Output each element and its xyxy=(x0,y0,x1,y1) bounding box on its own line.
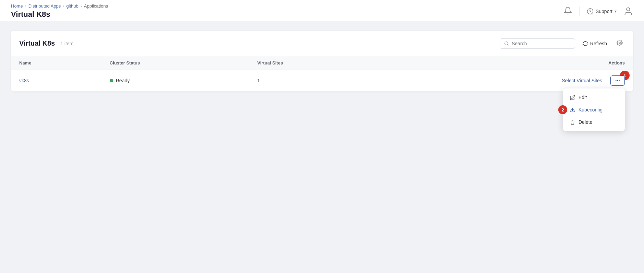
svg-point-2 xyxy=(627,8,630,11)
refresh-button[interactable]: Refresh xyxy=(579,39,610,48)
cell-virtual-sites: 1 xyxy=(249,70,382,92)
table-header-row: Name Cluster Status Virtual Sites Action… xyxy=(11,56,633,70)
card-header: Virtual K8s 1 item Refresh xyxy=(11,31,633,56)
svg-point-3 xyxy=(505,41,508,45)
support-button[interactable]: Support ▾ xyxy=(587,8,617,15)
settings-button[interactable] xyxy=(615,38,625,49)
card-title: Virtual K8s xyxy=(19,39,55,47)
status-cell: Ready xyxy=(110,78,241,83)
cell-actions: Select Virtual Sites 1 xyxy=(382,70,633,92)
col-name: Name xyxy=(11,56,102,70)
support-label: Support xyxy=(596,9,612,14)
status-dot-ready xyxy=(110,79,113,82)
item-count: 1 item xyxy=(60,41,73,46)
delete-label: Delete xyxy=(579,119,592,125)
table-row: vk8s Ready 1 Select Virtual Sites xyxy=(11,70,633,92)
edit-label: Edit xyxy=(579,95,587,100)
refresh-icon xyxy=(583,41,588,46)
breadcrumb-sep-1: › xyxy=(25,4,26,9)
support-chevron: ▾ xyxy=(615,9,617,14)
table-head: Name Cluster Status Virtual Sites Action… xyxy=(11,56,633,70)
col-cluster-status: Cluster Status xyxy=(102,56,249,70)
breadcrumb-distributed-apps[interactable]: Distributed Apps xyxy=(28,3,61,9)
table-body: vk8s Ready 1 Select Virtual Sites xyxy=(11,70,633,92)
dropdown-item-delete[interactable]: Delete xyxy=(563,116,625,128)
header: Home › Distributed Apps › github › Appli… xyxy=(0,0,644,21)
search-icon xyxy=(504,41,509,46)
actions-dropdown-menu: Edit 2 xyxy=(563,88,625,131)
header-left: Home › Distributed Apps › github › Appli… xyxy=(11,3,108,19)
page-title: Virtual K8s xyxy=(11,10,108,19)
table-wrapper: Name Cluster Status Virtual Sites Action… xyxy=(11,56,633,92)
col-actions: Actions xyxy=(382,56,633,70)
breadcrumb-github[interactable]: github xyxy=(66,3,78,9)
col-virtual-sites: Virtual Sites xyxy=(249,56,382,70)
search-input[interactable] xyxy=(512,41,571,46)
header-right: Support ▾ xyxy=(563,7,633,16)
settings-icon xyxy=(617,40,623,46)
header-divider xyxy=(580,7,580,16)
breadcrumb-applications: Applications xyxy=(84,3,108,9)
svg-point-8 xyxy=(619,80,620,81)
notification-button[interactable] xyxy=(563,7,573,16)
dropdown-item-kubeconfig[interactable]: 2 Kubeconfig xyxy=(563,104,625,116)
svg-point-5 xyxy=(619,42,621,44)
breadcrumb: Home › Distributed Apps › github › Appli… xyxy=(11,3,108,9)
search-box[interactable] xyxy=(500,38,575,49)
cell-cluster-status: Ready xyxy=(102,70,249,92)
svg-point-0 xyxy=(587,8,593,14)
dropdown-item-edit[interactable]: Edit xyxy=(563,91,625,104)
svg-point-6 xyxy=(616,80,617,81)
virtual-k8s-card: Virtual K8s 1 item Refresh xyxy=(11,31,633,92)
edit-icon xyxy=(570,95,575,100)
virtual-k8s-table: Name Cluster Status Virtual Sites Action… xyxy=(11,56,633,92)
svg-line-4 xyxy=(508,44,509,45)
step-badge-2: 2 xyxy=(558,105,567,114)
card-header-actions: Refresh xyxy=(500,38,625,49)
select-virtual-sites-link[interactable]: Select Virtual Sites xyxy=(562,78,602,83)
user-avatar-button[interactable] xyxy=(623,7,633,16)
svg-point-7 xyxy=(617,80,618,81)
status-label: Ready xyxy=(116,78,130,83)
breadcrumb-home[interactable]: Home xyxy=(11,3,23,9)
three-dots-icon xyxy=(615,78,620,83)
breadcrumb-sep-2: › xyxy=(63,4,64,9)
actions-dots-button[interactable] xyxy=(610,75,625,86)
main-content: Virtual K8s 1 item Refresh xyxy=(0,21,644,101)
actions-btn-wrapper: 1 xyxy=(610,75,625,86)
vk8s-link[interactable]: vk8s xyxy=(19,78,29,83)
breadcrumb-sep-3: › xyxy=(81,4,82,9)
kubeconfig-label: Kubeconfig xyxy=(579,107,603,112)
actions-cell-wrapper: Select Virtual Sites 1 xyxy=(391,75,625,86)
trash-icon xyxy=(570,120,575,125)
download-icon xyxy=(570,107,575,112)
cell-name: vk8s xyxy=(11,70,102,92)
refresh-label: Refresh xyxy=(590,41,607,46)
